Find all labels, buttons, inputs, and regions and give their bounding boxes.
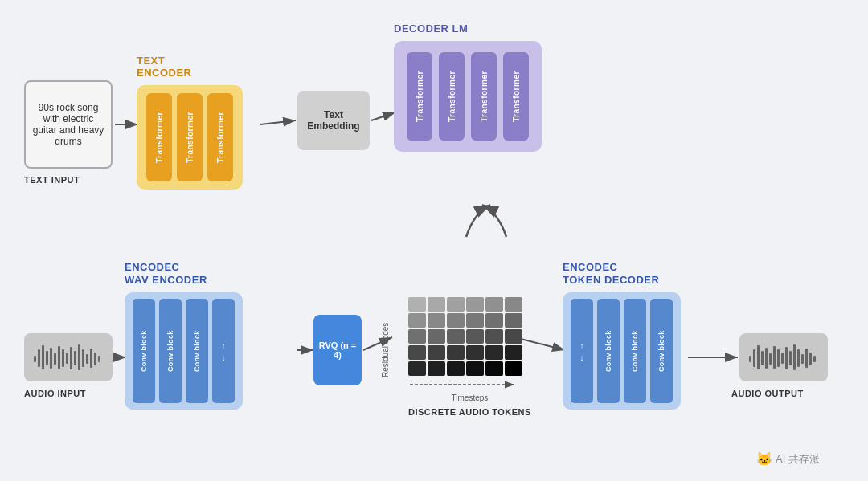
token-cell: [408, 329, 426, 344]
timesteps-arrow: [410, 379, 521, 390]
token-arrow-down: ↓: [579, 353, 584, 362]
conv-block-arrow: ↑ ↓: [212, 299, 235, 403]
svg-rect-11: [38, 349, 40, 367]
svg-rect-29: [753, 349, 755, 367]
svg-rect-32: [765, 348, 768, 369]
token-cell: [485, 361, 503, 376]
token-conv-block-3: Conv block: [650, 299, 673, 403]
text-input-content: 90s rock song with electric guitar and h…: [32, 102, 104, 147]
svg-rect-26: [98, 356, 100, 362]
transformer-block-2: Transformer: [177, 93, 203, 181]
decoder-group: DECODER LM Transformer Transformer Trans…: [394, 22, 542, 152]
svg-rect-44: [813, 356, 816, 362]
token-cell: [505, 313, 522, 328]
residual-codes-label: Residual codes: [381, 305, 390, 377]
token-arrow-up: ↑: [579, 340, 584, 350]
token-cell: [428, 313, 445, 328]
token-cell: [466, 345, 484, 360]
audio-input-waveform: [32, 341, 104, 373]
text-input-label: TEXT INPUT: [24, 175, 80, 185]
decoder-title: DECODER LM: [394, 22, 542, 35]
token-cell: [505, 329, 522, 344]
svg-rect-19: [70, 347, 72, 369]
token-cell: [408, 345, 426, 360]
token-cell: [485, 297, 503, 312]
arrow-down: ↓: [221, 353, 226, 362]
encodec-wav-title: ENCODEC WAV ENCODER: [125, 261, 243, 286]
diagram-container: 90s rock song with electric guitar and h…: [0, 0, 868, 481]
svg-rect-36: [781, 353, 784, 364]
decoder-transformer-2: Transformer: [439, 52, 465, 141]
encodec-token-group: ENCODEC TOKEN DECODER ↑ ↓ Conv block Con…: [563, 261, 681, 410]
svg-rect-25: [94, 353, 96, 365]
svg-rect-13: [46, 351, 48, 365]
token-cell: [505, 361, 522, 376]
arrow-up: ↑: [221, 340, 226, 350]
token-cell: [466, 313, 484, 328]
audio-output-box: [739, 333, 828, 381]
decoder-box: Transformer Transformer Transformer Tran…: [394, 41, 542, 152]
token-cell: [485, 345, 503, 360]
conv-block-2: Conv block: [159, 299, 182, 403]
svg-rect-18: [66, 353, 68, 364]
rvq-box: RVQ (n = 4): [313, 315, 362, 385]
svg-rect-17: [62, 349, 64, 367]
svg-rect-39: [793, 344, 796, 370]
watermark: 🐱 AI 共存派: [756, 451, 820, 467]
token-cell: [428, 345, 445, 360]
svg-rect-41: [801, 354, 804, 364]
svg-rect-12: [42, 345, 44, 369]
transformer-block-1: Transformer: [146, 93, 172, 181]
transformer-block-3: Transformer: [207, 93, 233, 181]
svg-rect-31: [761, 351, 764, 365]
token-cell: [485, 329, 503, 344]
tokens-grid: [408, 297, 531, 376]
svg-rect-10: [34, 356, 36, 362]
token-cell: [447, 313, 465, 328]
svg-rect-14: [50, 348, 52, 369]
svg-rect-40: [797, 349, 800, 367]
token-conv-block-2: Conv block: [624, 299, 646, 403]
conv-block-1: Conv block: [133, 299, 155, 403]
text-encoder-title: TEXT ENCODER: [137, 55, 243, 79]
svg-rect-23: [86, 354, 88, 364]
svg-rect-35: [777, 349, 780, 367]
audio-input-box: [24, 333, 113, 381]
token-cell: [505, 297, 522, 312]
svg-rect-20: [74, 351, 76, 365]
audio-input-label: AUDIO INPUT: [24, 389, 86, 398]
token-cell: [447, 297, 465, 312]
token-cell: [408, 361, 426, 376]
token-cell: [428, 361, 445, 376]
svg-rect-30: [757, 345, 760, 369]
svg-rect-15: [54, 353, 56, 365]
token-conv-block-1: Conv block: [597, 299, 620, 403]
svg-line-4: [371, 112, 395, 120]
token-cell: [447, 329, 465, 344]
timesteps-label: Timesteps: [408, 393, 531, 402]
token-cell: [428, 329, 445, 344]
svg-rect-28: [749, 356, 751, 362]
svg-rect-21: [78, 344, 80, 370]
svg-rect-33: [769, 353, 772, 365]
svg-rect-43: [809, 353, 812, 365]
encodec-token-box: ↑ ↓ Conv block Conv block Conv block: [563, 292, 681, 410]
svg-rect-38: [789, 351, 792, 365]
decoder-transformer-4: Transformer: [503, 52, 529, 141]
token-cell: [466, 361, 484, 376]
svg-rect-42: [805, 349, 808, 368]
token-cell: [428, 297, 445, 312]
svg-rect-34: [773, 346, 776, 369]
svg-rect-16: [58, 346, 60, 369]
encodec-wav-box: Conv block Conv block Conv block ↑ ↓: [125, 292, 243, 410]
token-cell: [408, 297, 426, 312]
text-encoder-box: Transformer Transformer Transformer: [137, 85, 243, 190]
token-cell: [408, 313, 426, 328]
token-cell: [466, 297, 484, 312]
token-cell: [466, 329, 484, 344]
token-cell: [505, 345, 522, 360]
svg-rect-24: [90, 349, 92, 368]
svg-rect-37: [785, 347, 788, 369]
discrete-audio-tokens-title: DISCRETE AUDIO TOKENS: [408, 407, 531, 417]
token-conv-block-arrow: ↑ ↓: [571, 299, 593, 403]
